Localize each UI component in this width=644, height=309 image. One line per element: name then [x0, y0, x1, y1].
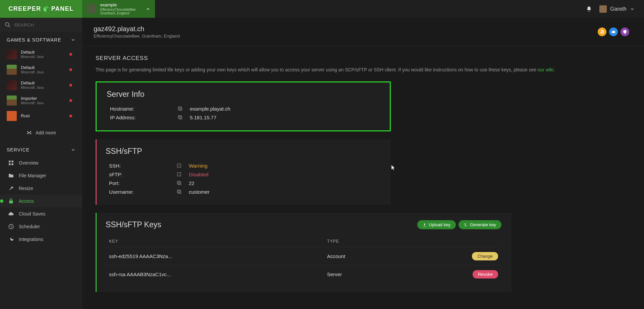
info-label: Hostname:	[110, 106, 177, 112]
svg-rect-8	[9, 164, 10, 165]
info-value: Disabled	[189, 172, 208, 177]
svc-item-cloud-saves[interactable]: Cloud Saves	[0, 207, 82, 220]
info-value: customer	[189, 189, 210, 195]
svc-item-file-manager[interactable]: File Manager	[0, 169, 82, 182]
access-description: This page is for generating limited life…	[96, 66, 631, 73]
info-icon[interactable]	[176, 171, 182, 177]
cloud-icon	[8, 211, 14, 217]
bell-icon[interactable]	[586, 6, 592, 12]
sidebar: GAMES & SOFTWARE Default Minecraft: Java…	[0, 18, 82, 309]
status-dot	[69, 84, 72, 86]
info-label: Port:	[109, 180, 176, 186]
binary-icon	[464, 223, 468, 227]
copy-icon[interactable]	[176, 189, 182, 195]
info-value: example.playat.ch	[190, 106, 230, 112]
tool-icon	[8, 236, 14, 242]
brand-text-left: CREEPER	[8, 5, 41, 12]
info-row: SSH: Warning	[106, 161, 381, 170]
key-row: ssh-ed25519 AAAAC3Nza... Account Change	[106, 247, 501, 265]
generate-key-label: Generate key	[470, 222, 496, 227]
lock-icon	[8, 198, 14, 204]
key-value: ssh-rsa AAAAB3NzaC1vc...	[109, 271, 327, 277]
header-action-icons	[598, 27, 629, 36]
revoke-button[interactable]: Revoke	[473, 270, 498, 279]
wrench-icon	[8, 185, 14, 191]
user-menu[interactable]: Gareth	[599, 5, 635, 13]
svc-item-overview[interactable]: Overview	[0, 157, 82, 169]
key-type: Server	[327, 271, 458, 277]
game-item[interactable]: Importer Minecraft: Java	[0, 93, 82, 108]
chevron-down-icon	[630, 7, 635, 11]
game-item[interactable]: Default Minecraft: Java	[0, 77, 82, 93]
change-button[interactable]: Change	[472, 252, 498, 260]
svg-rect-14	[178, 116, 181, 118]
info-label: Username:	[109, 189, 176, 195]
game-item[interactable]: Default Minecraft: Java	[0, 47, 82, 62]
game-subtitle: Minecraft: Java	[21, 70, 65, 74]
game-thumb	[7, 65, 17, 75]
cube-icon	[43, 5, 50, 13]
svg-rect-4	[27, 133, 28, 134]
search-input[interactable]	[14, 22, 77, 27]
content-header: gaz492.playat.ch EfficiencyChocolateBee,…	[82, 18, 644, 46]
access-desc-text: This page is for generating limited life…	[96, 67, 538, 72]
svc-item-integrations[interactable]: Integrations	[0, 233, 82, 246]
chevron-down-icon	[71, 147, 75, 152]
game-item[interactable]: Default Minecraft: Java	[0, 62, 82, 77]
ssh-sftp-card: SSH/sFTP SSH: Warning sFTP: Disabled Por…	[96, 139, 391, 205]
info-value: Warning	[189, 163, 207, 169]
svc-item-access[interactable]: Access	[0, 195, 82, 207]
copy-icon[interactable]	[176, 180, 182, 186]
info-row: IP Address: 5.181.15.77	[107, 113, 380, 122]
game-item[interactable]: Rust	[0, 108, 82, 124]
grid-icon	[8, 160, 14, 166]
copy-icon[interactable]	[177, 106, 183, 112]
section-games-software[interactable]: GAMES & SOFTWARE	[0, 32, 82, 47]
keys-table-header: KEY TYPE	[106, 235, 501, 247]
search-icon	[5, 22, 11, 28]
col-key-header: KEY	[109, 239, 327, 244]
key-value: ssh-ed25519 AAAAC3Nza...	[109, 253, 327, 259]
game-subtitle: Minecraft: Java	[21, 86, 65, 90]
svg-rect-1	[27, 131, 28, 132]
svg-rect-6	[9, 161, 10, 162]
status-dot	[69, 99, 72, 102]
svc-item-scheduler[interactable]: Scheduler	[0, 220, 82, 233]
topbar-right: Gareth	[586, 5, 644, 13]
access-desc-post: .	[553, 67, 555, 72]
cloud-icon[interactable]	[609, 27, 618, 36]
game-texts: Importer Minecraft: Java	[21, 96, 65, 105]
server-access-heading: SERVER ACCESS	[96, 55, 631, 62]
game-thumb	[7, 111, 17, 121]
server-info-title: Server Info	[107, 90, 380, 99]
generate-key-button[interactable]: Generate key	[459, 220, 501, 229]
server-selector[interactable]: example EfficiencyChocolateBee Grantham,…	[82, 0, 155, 18]
brand-logo[interactable]: CREEPER PANEL	[0, 0, 82, 18]
game-thumb	[7, 96, 17, 106]
section-service[interactable]: SERVICE	[0, 142, 82, 157]
copy-icon[interactable]	[177, 114, 183, 120]
avatar	[599, 5, 607, 13]
upload-key-button[interactable]: Upload key	[417, 220, 456, 229]
game-name: Default	[21, 65, 65, 70]
game-thumb	[7, 49, 17, 59]
info-icon[interactable]	[176, 163, 182, 169]
info-label: sFTP:	[109, 172, 176, 177]
service-list: Overview File Manager Resize Access Clou…	[0, 157, 82, 246]
page-subtitle: EfficiencyChocolateBee, Grantham, Englan…	[94, 34, 180, 39]
svg-rect-19	[178, 191, 181, 193]
svg-rect-7	[12, 161, 13, 162]
svc-item-resize[interactable]: Resize	[0, 182, 82, 195]
add-more-button[interactable]: Add more	[0, 124, 82, 142]
info-label: IP Address:	[110, 115, 177, 120]
content: gaz492.playat.ch EfficiencyChocolateBee,…	[82, 18, 644, 309]
section-games-label: GAMES & SOFTWARE	[7, 37, 61, 43]
shield-icon[interactable]	[621, 27, 629, 36]
restart-icon[interactable]	[598, 27, 606, 36]
wiki-link[interactable]: our wiki	[538, 67, 553, 72]
chevron-down-icon	[71, 38, 75, 42]
svg-rect-12	[178, 107, 181, 110]
key-row: ssh-rsa AAAAB3NzaC1vc... Server Revoke	[106, 265, 501, 283]
info-label: SSH:	[109, 163, 176, 169]
svg-rect-13	[179, 116, 182, 119]
